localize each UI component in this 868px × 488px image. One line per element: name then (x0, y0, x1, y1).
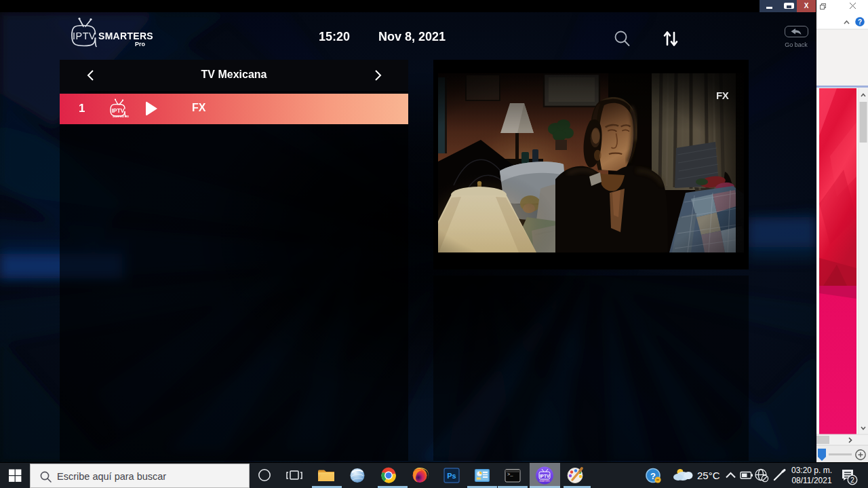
svg-text:SMARTERS PRO: SMARTERS PRO (113, 115, 130, 118)
svg-text:FX: FX (716, 90, 729, 101)
svg-text:2: 2 (850, 476, 854, 484)
svg-text:>_: >_ (507, 472, 513, 477)
svg-text:IPTV: IPTV (73, 31, 96, 41)
svg-text:IPTV: IPTV (112, 107, 125, 114)
svg-text:?: ? (858, 18, 862, 26)
svg-text:SMARTERS: SMARTERS (539, 480, 550, 483)
svg-text:SMARTERS: SMARTERS (98, 31, 153, 41)
svg-text:IPTV: IPTV (540, 474, 550, 478)
svg-text:Pro: Pro (135, 41, 146, 48)
svg-text:25°C: 25°C (697, 470, 720, 481)
svg-text:Ps: Ps (447, 472, 456, 480)
